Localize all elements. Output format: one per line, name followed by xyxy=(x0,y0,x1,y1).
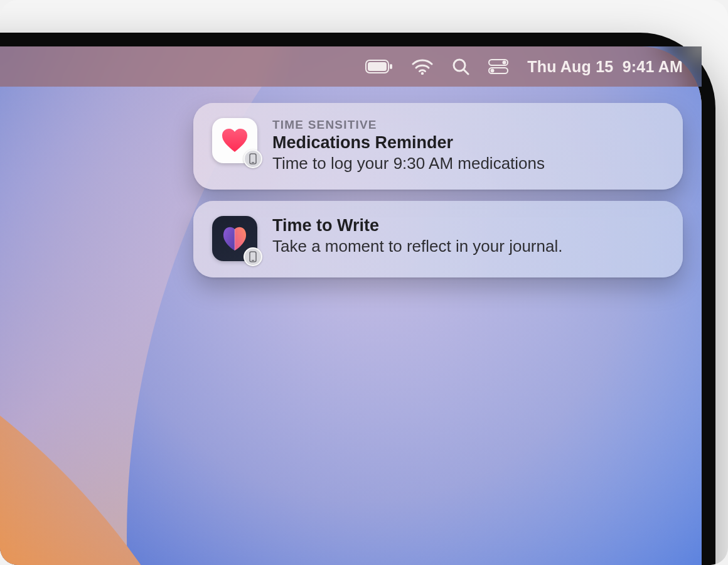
notification-medications[interactable]: TIME SENSITIVE Medications Reminder Time… xyxy=(193,103,683,190)
svg-rect-1 xyxy=(368,62,387,71)
battery-icon[interactable] xyxy=(365,46,393,87)
svg-rect-11 xyxy=(252,162,254,163)
wifi-icon[interactable] xyxy=(412,46,433,87)
menu-bar: Thu Aug 15 9:41 AM xyxy=(0,46,702,87)
notification-title: Medications Reminder xyxy=(272,133,664,153)
notification-title: Time to Write xyxy=(272,216,664,235)
notification-body: Time to Write Take a moment to reflect i… xyxy=(272,216,664,256)
notification-journal[interactable]: Time to Write Take a moment to reflect i… xyxy=(193,201,683,277)
notification-eyebrow: TIME SENSITIVE xyxy=(272,118,664,132)
journal-app-icon xyxy=(212,216,257,261)
health-app-icon xyxy=(212,118,257,163)
notification-message: Take a moment to reflect in your journal… xyxy=(272,237,664,256)
laptop-screen: Thu Aug 15 9:41 AM xyxy=(0,46,702,565)
svg-line-5 xyxy=(464,70,468,74)
laptop-bezel: Thu Aug 15 9:41 AM xyxy=(0,33,715,565)
product-shot-canvas: Thu Aug 15 9:41 AM xyxy=(0,0,728,565)
menu-bar-clock[interactable]: Thu Aug 15 9:41 AM xyxy=(527,58,683,76)
spotlight-search-icon[interactable] xyxy=(452,46,469,87)
control-center-icon[interactable] xyxy=(488,46,508,87)
svg-rect-2 xyxy=(390,64,392,69)
notification-stack: TIME SENSITIVE Medications Reminder Time… xyxy=(193,103,683,277)
svg-rect-13 xyxy=(252,260,254,261)
svg-point-7 xyxy=(503,61,506,65)
notification-body: TIME SENSITIVE Medications Reminder Time… xyxy=(272,118,664,173)
notification-message: Time to log your 9:30 AM medications xyxy=(272,154,664,173)
svg-point-3 xyxy=(421,72,424,75)
iphone-mirroring-badge-icon xyxy=(244,247,262,266)
iphone-mirroring-badge-icon xyxy=(244,149,262,168)
svg-point-9 xyxy=(491,69,495,73)
